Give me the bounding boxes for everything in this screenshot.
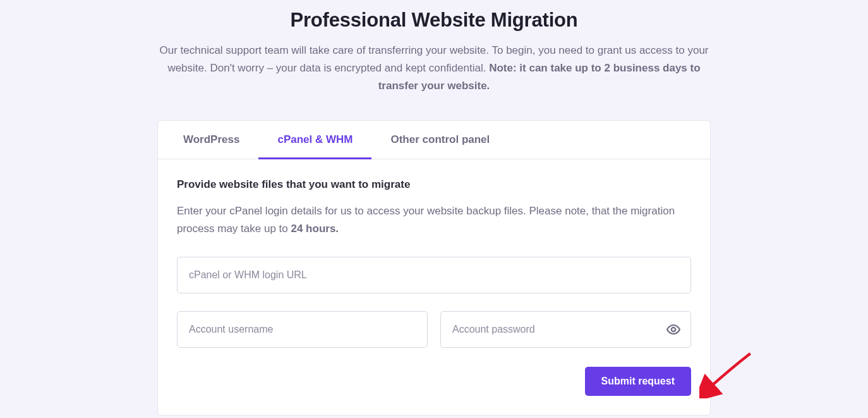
login-url-input[interactable] [177, 257, 691, 293]
password-field [440, 311, 691, 348]
page-title: Professional Website Migration [290, 9, 577, 32]
section-title: Provide website files that you want to m… [177, 178, 691, 191]
page-subtitle: Our technical support team will take car… [156, 42, 712, 95]
tab-wordpress[interactable]: WordPress [158, 121, 258, 159]
svg-point-0 [672, 328, 675, 331]
tab-other-control-panel[interactable]: Other control panel [371, 121, 509, 159]
tab-cpanel-whm[interactable]: cPanel & WHM [258, 121, 371, 159]
username-field [177, 311, 428, 348]
username-input[interactable] [177, 311, 428, 348]
submit-request-button[interactable]: Submit request [585, 367, 691, 396]
password-input[interactable] [440, 311, 691, 348]
migration-card: WordPress cPanel & WHM Other control pan… [157, 120, 711, 415]
section-desc-text: Enter your cPanel login details for us t… [177, 205, 675, 235]
login-url-field [177, 257, 691, 293]
tab-bar: WordPress cPanel & WHM Other control pan… [158, 121, 710, 159]
eye-icon [666, 322, 681, 337]
password-visibility-toggle[interactable] [665, 321, 682, 338]
section-desc-bold: 24 hours. [291, 223, 339, 235]
section-description: Enter your cPanel login details for us t… [177, 202, 691, 238]
tab-panel-cpanel: Provide website files that you want to m… [158, 159, 710, 415]
